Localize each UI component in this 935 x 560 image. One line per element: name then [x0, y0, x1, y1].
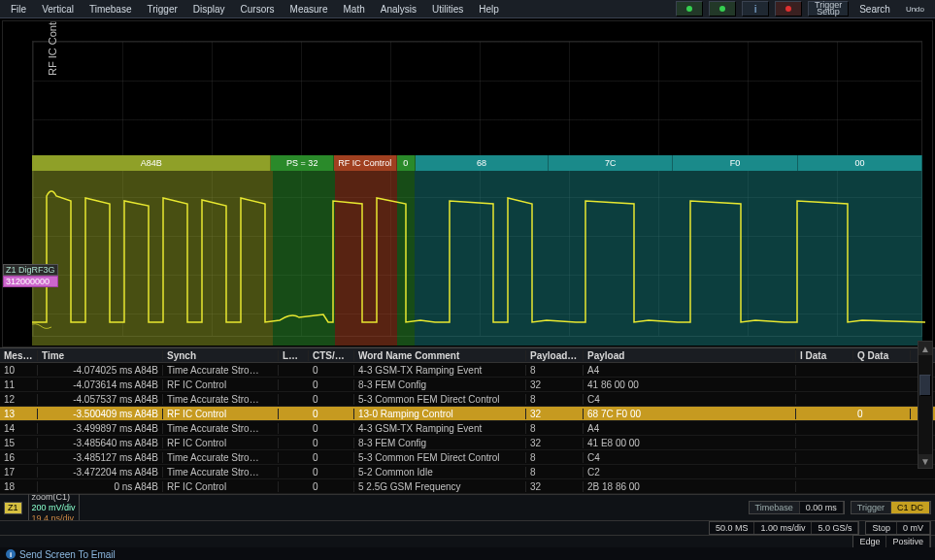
scroll-thumb[interactable] — [919, 375, 931, 396]
status-trigger3[interactable]: Edge Positive — [852, 535, 931, 548]
decode-segment: 7C — [549, 155, 673, 171]
status-timebase[interactable]: Timebase 0.00 ms — [749, 501, 845, 514]
trigger-level: 0 mV — [897, 522, 930, 534]
timebase-rate: 5.0 GS/s — [812, 522, 858, 534]
table-row[interactable]: 14-3.499897 ms A84BTime Accurate Stro…04… — [0, 421, 935, 436]
chip-z1[interactable]: Z1 — [4, 502, 22, 514]
status-trigger[interactable]: Trigger C1 DC — [851, 501, 931, 514]
table-row[interactable]: 13-3.500409 ms A84BRF IC Control013-0 Ra… — [0, 407, 935, 421]
col-mess[interactable]: Mess… — [0, 350, 38, 361]
table-row[interactable]: 16-3.485127 ms A84BTime Accurate Stro…05… — [0, 450, 935, 465]
status-led-2-icon[interactable] — [709, 1, 736, 16]
decode-region — [32, 171, 273, 346]
table-row[interactable]: 10-4.074025 ms A84BTime Accurate Stro…04… — [0, 363, 935, 378]
col-qdata[interactable]: Q Data — [853, 350, 911, 361]
menu-measure[interactable]: Measure — [284, 3, 335, 16]
send-screen-link[interactable]: i Send Screen To Email — [0, 547, 935, 560]
table-row[interactable]: 11-4.073614 ms A84BRF IC Control08-3 FEM… — [0, 378, 935, 392]
timebase-offset: 0.00 ms — [800, 502, 844, 513]
footer2: 50.0 MS 1.00 ms/div 5.0 GS/s Stop 0 mV — [0, 520, 935, 535]
info-icon: i — [6, 549, 16, 559]
decode-segment: A84B — [32, 155, 271, 171]
table-row[interactable]: 180 ns A84BRF IC Control05 2.5G GSM Freq… — [0, 479, 935, 494]
trigger-slope: Positive — [886, 536, 930, 547]
timebase-label: Timebase — [750, 502, 800, 513]
table-row[interactable]: 12-4.057537 ms A84BTime Accurate Stro…05… — [0, 392, 935, 407]
trigger-setup-button[interactable]: Trigger Setup — [808, 1, 849, 16]
decode-region — [397, 171, 415, 346]
decode-segment: 68 — [416, 155, 549, 171]
trigger-stop: Stop — [866, 522, 897, 534]
search-button[interactable]: Search — [852, 3, 897, 16]
timebase-mem: 50.0 MS — [710, 522, 755, 534]
menu-display[interactable]: Display — [186, 3, 232, 16]
col-time[interactable]: Time — [38, 350, 163, 361]
timebase-div: 1.00 ms/div — [754, 522, 812, 534]
channel-side-label: RF IC Control — [47, 20, 58, 76]
table-body: 10-4.074025 ms A84BTime Accurate Stro…04… — [0, 363, 935, 494]
trigger-label: Trigger — [852, 502, 891, 513]
table-row[interactable]: 17-3.472204 ms A84BTime Accurate Stro…05… — [0, 465, 935, 479]
decode-table: Mess… Time Synch LCTS CTS/RTI Word Name … — [0, 347, 935, 494]
footer: Z1 zoom(C1) 200 mV/div 19.4 ns/div Timeb… — [0, 494, 935, 520]
col-payloadlen[interactable]: Payload… — [526, 350, 584, 361]
menu-math[interactable]: Math — [337, 3, 372, 16]
decode-segment: PS = 32 — [271, 155, 334, 171]
col-word[interactable]: Word Name Comment — [354, 350, 526, 361]
table-header: Mess… Time Synch LCTS CTS/RTI Word Name … — [0, 348, 935, 363]
waveform-display[interactable]: RF IC Control Z1 DigRF3G 312000000 A84BP… — [2, 20, 933, 347]
scroll-up-icon[interactable]: ▲ — [918, 342, 932, 355]
decode-segment: RF IC Control — [334, 155, 397, 171]
col-payload[interactable]: Payload — [584, 350, 796, 361]
status-led-3-icon[interactable] — [775, 1, 802, 16]
menu-vertical[interactable]: Vertical — [35, 3, 81, 16]
send-screen-label: Send Screen To Email — [19, 549, 116, 560]
channel-tag-a: Z1 DigRF3G — [3, 264, 58, 276]
scroll-down-icon[interactable]: ▼ — [918, 454, 932, 468]
trigger-edge: Edge — [853, 536, 886, 547]
trigger-ch: C1 DC — [891, 502, 930, 513]
menu-timebase[interactable]: Timebase — [83, 3, 139, 16]
status-led-1-icon[interactable] — [676, 1, 703, 16]
menu-file[interactable]: File — [4, 3, 33, 16]
footer3: Edge Positive — [0, 535, 935, 547]
decode-regions — [32, 171, 922, 346]
undo-button[interactable]: Undo — [899, 4, 931, 15]
decode-segment: 0 — [397, 155, 416, 171]
decode-region — [273, 171, 335, 346]
decode-region — [415, 171, 922, 346]
status-trigger2[interactable]: Stop 0 mV — [865, 521, 931, 535]
menu-help[interactable]: Help — [472, 3, 506, 16]
chip-mv: 200 mV/div — [32, 503, 76, 513]
menu-cursors[interactable]: Cursors — [234, 3, 282, 16]
decode-bar: A84BPS = 32RF IC Control0687CF000 — [32, 155, 922, 171]
status-info-icon[interactable]: i — [742, 1, 769, 16]
menu-trigger[interactable]: Trigger — [140, 3, 184, 16]
menu-analysis[interactable]: Analysis — [374, 3, 423, 16]
menu-utilities[interactable]: Utilities — [425, 3, 470, 16]
col-idata[interactable]: I Data — [796, 350, 853, 361]
table-row[interactable]: 15-3.485640 ms A84BRF IC Control08-3 FEM… — [0, 436, 935, 450]
status-timebase2[interactable]: 50.0 MS 1.00 ms/div 5.0 GS/s — [709, 521, 860, 535]
col-synch[interactable]: Synch — [163, 350, 279, 361]
table-scrollbar[interactable]: ▲ ▼ — [918, 341, 933, 469]
decode-segment: F0 — [673, 155, 797, 171]
channel-tag-b: 312000000 — [3, 276, 58, 287]
col-lcts[interactable]: LCTS — [279, 350, 309, 361]
decode-region — [335, 171, 397, 346]
menubar: File Vertical Timebase Trigger Display C… — [0, 0, 935, 18]
decode-segment: 00 — [798, 155, 922, 171]
col-cts[interactable]: CTS/RTI — [309, 350, 354, 361]
channel-tag[interactable]: Z1 DigRF3G 312000000 — [3, 264, 58, 287]
